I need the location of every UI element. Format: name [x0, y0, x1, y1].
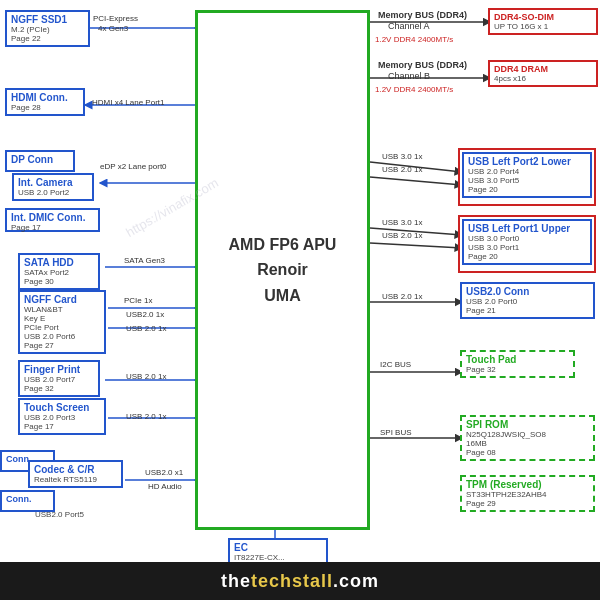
usb201x-b-label: USB 2.0 1x [126, 324, 166, 333]
banner-highlight: techstall [251, 571, 333, 592]
ec-title: EC [234, 542, 322, 553]
ngff-card-sub1: WLAN&BT [24, 305, 100, 314]
conn-2-title: Conn. [6, 494, 49, 504]
usb-port2-lower-box: USB Left Port2 Lower USB 2.0 Port4 USB 3… [462, 152, 592, 198]
usb-fp-label: USB 2.0 1x [126, 372, 166, 381]
svg-line-12 [370, 177, 462, 185]
hdmi-lane-label: HDMI x4 Lane Port1 [92, 98, 164, 107]
codec-box: Codec & C/R Realtek RTS5119 [28, 460, 123, 488]
mem-bus-b-ch-label: Channel B [388, 71, 430, 81]
usb20-conn-sub: USB 2.0 Port0 [466, 297, 589, 306]
apu-line1: AMD FP6 APU [229, 232, 337, 258]
usb20-1x-r1-label: USB 2.0 1x [382, 165, 422, 174]
ngff-card-title: NGFF Card [24, 294, 100, 305]
usb-ts-label: USB 2.0 1x [126, 412, 166, 421]
sata-hdd-page: Page 30 [24, 277, 94, 286]
usb20-conn-title: USB2.0 Conn [466, 286, 589, 297]
ddr4-dram-sub: 4pcs x16 [494, 74, 592, 83]
ngff-ssd1-page: Page 22 [11, 34, 84, 43]
ngff-card-sub3: PCIe Port [24, 323, 100, 332]
usb20-conn-page: Page 21 [466, 306, 589, 315]
diagram: AMD FP6 APU Renoir UMA NGFF SSD1 M.2 (PC… [0, 0, 600, 600]
usb-port2-lower-title: USB Left Port2 Lower [468, 156, 586, 167]
int-dmic-page: Page 17 [11, 223, 94, 232]
touch-pad-page: Page 32 [466, 365, 569, 374]
dp-conn-title: DP Conn [11, 154, 69, 165]
ddr4-so-dim-title: DDR4-SO-DIM [494, 12, 592, 22]
banner-suffix: .com [333, 571, 379, 592]
usb-port1-upper-page: Page 20 [468, 252, 586, 261]
usb-port1-upper-outer: USB Left Port1 Upper USB 3.0 Port0 USB 3… [458, 215, 596, 273]
touch-screen-title: Touch Screen [24, 402, 100, 413]
usb20-1x-r2-label: USB 2.0 1x [382, 231, 422, 240]
pcie-label: PCI-Express [93, 14, 138, 23]
int-dmic-title: Int. DMIC Conn. [11, 212, 94, 223]
pcie-gen3-label: 4x Gen3 [98, 24, 128, 33]
finger-print-sub: USB 2.0 Port7 [24, 375, 94, 384]
usb-port1-upper-sub2: USB 3.0 Port1 [468, 243, 586, 252]
usb201x-a-label: USB2.0 1x [126, 310, 164, 319]
touch-screen-box: Touch Screen USB 2.0 Port3 Page 17 [18, 398, 106, 435]
spi-rom-sub2: 16MB [466, 439, 589, 448]
sata-hdd-title: SATA HDD [24, 257, 94, 268]
hdmi-conn-page: Page 28 [11, 103, 79, 112]
i2c-bus-label: I2C BUS [380, 360, 411, 369]
spi-rom-sub1: N25Q128JWSIQ_SO8 [466, 430, 589, 439]
usb30-1x-r1-label: USB 3.0 1x [382, 152, 422, 161]
usb-port1-upper-box: USB Left Port1 Upper USB 3.0 Port0 USB 3… [462, 219, 592, 265]
codec-sub: Realtek RTS5119 [34, 475, 117, 484]
ddr4-so-dim-sub: UP TO 16G x 1 [494, 22, 592, 31]
tpm-title: TPM (Reserved) [466, 479, 589, 490]
edp-label: eDP x2 Lane port0 [100, 162, 167, 171]
int-camera-box: Int. Camera USB 2.0 Port2 [12, 173, 94, 201]
usb-port5-label: USB2.0 Port5 [35, 510, 84, 519]
banner-prefix: the [221, 571, 251, 592]
apu-line2: Renoir [229, 257, 337, 283]
usb-port2-lower-page: Page 20 [468, 185, 586, 194]
spi-rom-box: SPI ROM N25Q128JWSIQ_SO8 16MB Page 08 [460, 415, 595, 461]
hdmi-conn-title: HDMI Conn. [11, 92, 79, 103]
apu-line3: UMA [229, 283, 337, 309]
int-camera-sub: USB 2.0 Port2 [18, 188, 88, 197]
sata-hdd-sub: SATAx Port2 [24, 268, 94, 277]
ngff-card-page: Page 27 [24, 341, 100, 350]
mem-bus-b-label: Memory BUS (DDR4) [378, 60, 467, 70]
touch-pad-title: Touch Pad [466, 354, 569, 365]
ngff-ssd1-sub: M.2 (PCIe) [11, 25, 84, 34]
touch-screen-page: Page 17 [24, 422, 100, 431]
hd-audio-label: HD Audio [148, 482, 182, 491]
codec-title: Codec & C/R [34, 464, 117, 475]
touch-screen-sub: USB 2.0 Port3 [24, 413, 100, 422]
touch-pad-box: Touch Pad Page 32 [460, 350, 575, 378]
ddr4-speed-a-label: 1.2V DDR4 2400MT/s [375, 35, 453, 44]
tpm-sub: ST33HTPH2E32AHB4 [466, 490, 589, 499]
usb30-1x-r2-label: USB 3.0 1x [382, 218, 422, 227]
finger-print-title: Finger Print [24, 364, 94, 375]
mem-bus-a-label: Memory BUS (DDR4) [378, 10, 467, 20]
svg-line-14 [370, 243, 462, 248]
spi-rom-page: Page 08 [466, 448, 589, 457]
usb2-codec-label: USB2.0 x1 [145, 468, 183, 477]
tpm-box: TPM (Reserved) ST33HTPH2E32AHB4 Page 29 [460, 475, 595, 512]
usb-port2-lower-sub1: USB 2.0 Port4 [468, 167, 586, 176]
ddr4-so-dim-box: DDR4-SO-DIM UP TO 16G x 1 [488, 8, 598, 35]
usb-port2-lower-outer: USB Left Port2 Lower USB 2.0 Port4 USB 3… [458, 148, 596, 206]
tpm-page: Page 29 [466, 499, 589, 508]
ddr4-dram-box: DDR4 DRAM 4pcs x16 [488, 60, 598, 87]
finger-print-page: Page 32 [24, 384, 94, 393]
ngff-ssd1-box: NGFF SSD1 M.2 (PCIe) Page 22 [5, 10, 90, 47]
finger-print-box: Finger Print USB 2.0 Port7 Page 32 [18, 360, 100, 397]
ngff-ssd1-title: NGFF SSD1 [11, 14, 84, 25]
ddr4-speed-b-label: 1.2V DDR4 2400MT/s [375, 85, 453, 94]
conn-box-2: Conn. [0, 490, 55, 512]
apu-box: AMD FP6 APU Renoir UMA [195, 10, 370, 530]
pcie1x-label: PCIe 1x [124, 296, 152, 305]
usb-port1-upper-sub1: USB 3.0 Port0 [468, 234, 586, 243]
usb-port1-upper-title: USB Left Port1 Upper [468, 223, 586, 234]
sata-hdd-box: SATA HDD SATAx Port2 Page 30 [18, 253, 100, 290]
usb20-conn-box: USB2.0 Conn USB 2.0 Port0 Page 21 [460, 282, 595, 319]
ddr4-dram-title: DDR4 DRAM [494, 64, 592, 74]
spi-bus-label: SPI BUS [380, 428, 412, 437]
int-dmic-box: Int. DMIC Conn. Page 17 [5, 208, 100, 232]
ngff-card-sub2: Key E [24, 314, 100, 323]
